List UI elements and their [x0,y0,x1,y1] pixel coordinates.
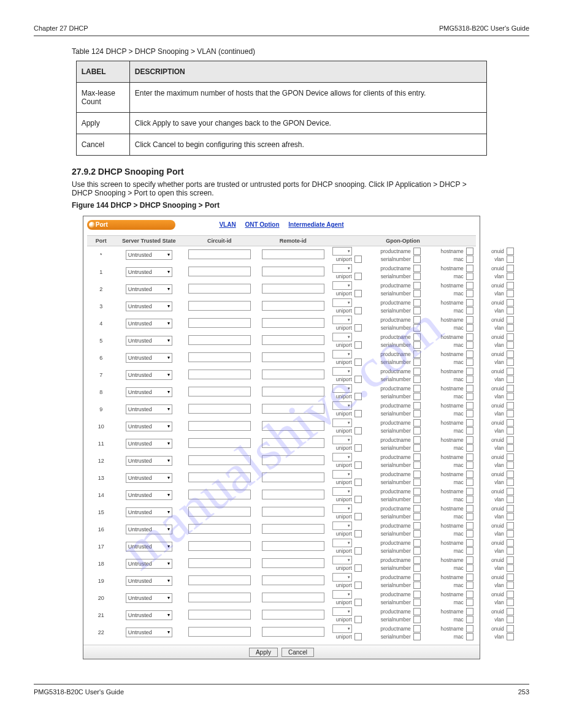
remote-id-input[interactable] [262,284,324,294]
cb-vlan[interactable] [507,582,514,589]
trusted-select[interactable]: Untrusted [126,284,172,294]
cb-productname[interactable] [413,351,421,358]
cb-hostname[interactable] [466,471,473,478]
remote-id-input[interactable] [262,404,324,414]
trusted-select[interactable]: Untrusted [126,628,172,637]
cb-productname[interactable] [413,265,421,272]
trusted-select[interactable]: Untrusted [126,525,172,534]
link-vlan[interactable]: VLAN [219,221,236,228]
cb-uniport[interactable] [354,393,362,400]
link-intermediate-agent[interactable]: Intermediate Agent [288,221,343,228]
gpon-select[interactable] [332,333,352,341]
cb-serialnumber[interactable] [413,461,421,469]
cb-uniport[interactable] [354,547,362,555]
cb-serialnumber[interactable] [413,324,421,332]
remote-id-input[interactable] [262,541,324,551]
cb-onuid[interactable] [507,248,514,255]
cb-uniport[interactable] [354,324,362,332]
trusted-select[interactable]: Untrusted [126,507,172,517]
cb-vlan[interactable] [507,427,514,434]
cb-mac[interactable] [466,410,473,417]
remote-id-input[interactable] [262,352,324,362]
cb-hostname[interactable] [466,608,473,615]
cb-productname[interactable] [413,539,421,547]
gpon-select[interactable] [332,298,352,307]
circuit-id-input[interactable] [188,284,251,294]
cb-uniport[interactable] [354,341,362,349]
trusted-select[interactable]: Untrusted [126,301,172,311]
cb-serialnumber[interactable] [413,582,421,589]
cb-onuid[interactable] [507,471,514,478]
cb-serialnumber[interactable] [413,444,421,452]
remote-id-input[interactable] [262,370,324,379]
gpon-select[interactable] [332,521,352,530]
cb-serialnumber[interactable] [413,599,421,606]
cb-serialnumber[interactable] [413,256,421,263]
circuit-id-input[interactable] [188,507,251,517]
link-ont-option[interactable]: ONT Option [245,221,279,228]
gpon-select[interactable] [332,401,352,410]
remote-id-input[interactable] [262,610,324,620]
gpon-select[interactable] [332,556,352,564]
cb-uniport[interactable] [354,256,362,263]
cb-uniport[interactable] [354,513,362,520]
cb-mac[interactable] [466,427,473,434]
cb-vlan[interactable] [507,256,514,263]
remote-id-input[interactable] [262,318,324,328]
trusted-select[interactable]: Untrusted [126,610,172,620]
trusted-select[interactable]: Untrusted [126,542,172,552]
cb-hostname[interactable] [466,556,473,564]
cb-vlan[interactable] [507,376,514,383]
cb-uniport[interactable] [354,427,362,434]
trusted-select[interactable]: Untrusted [126,439,172,449]
trusted-select[interactable]: Untrusted [126,404,172,414]
cb-onuid[interactable] [507,539,514,547]
cb-productname[interactable] [413,385,421,392]
trusted-select[interactable]: Untrusted [126,353,172,363]
gpon-select[interactable] [332,453,352,461]
circuit-id-input[interactable] [188,267,251,276]
trusted-select[interactable]: Untrusted [126,422,172,431]
gpon-select[interactable] [332,436,352,444]
cb-onuid[interactable] [507,316,514,324]
cb-mac[interactable] [466,513,473,520]
remote-id-input[interactable] [262,421,324,431]
remote-id-input[interactable] [262,472,324,482]
cb-productname[interactable] [413,471,421,478]
cb-vlan[interactable] [507,358,514,366]
cb-hostname[interactable] [466,488,473,495]
cb-vlan[interactable] [507,599,514,606]
circuit-id-input[interactable] [188,524,251,534]
circuit-id-input[interactable] [188,438,251,448]
circuit-id-input[interactable] [188,404,251,414]
circuit-id-input[interactable] [188,387,251,396]
cb-mac[interactable] [466,393,473,400]
cb-onuid[interactable] [507,608,514,615]
circuit-id-input[interactable] [188,593,251,602]
cb-mac[interactable] [466,496,473,503]
cb-onuid[interactable] [507,625,514,632]
cb-productname[interactable] [413,591,421,598]
gpon-select[interactable] [332,281,352,290]
cb-uniport[interactable] [354,410,362,417]
cb-mac[interactable] [466,633,473,640]
cb-onuid[interactable] [507,488,514,495]
cb-serialnumber[interactable] [413,427,421,434]
cb-uniport[interactable] [354,358,362,366]
cb-onuid[interactable] [507,574,514,581]
cb-productname[interactable] [413,368,421,375]
cb-serialnumber[interactable] [413,376,421,383]
trusted-select[interactable]: Untrusted [126,473,172,483]
cb-productname[interactable] [413,556,421,564]
remote-id-input[interactable] [262,301,324,311]
cb-mac[interactable] [466,358,473,366]
remote-id-input[interactable] [262,335,324,345]
cb-hostname[interactable] [466,625,473,632]
trusted-select[interactable]: Untrusted [126,336,172,346]
trusted-select[interactable]: Untrusted [126,490,172,500]
cb-vlan[interactable] [507,273,514,280]
cb-productname[interactable] [413,419,421,427]
gpon-select[interactable] [332,590,352,599]
trusted-select[interactable]: Untrusted [126,593,172,603]
cb-productname[interactable] [413,333,421,341]
